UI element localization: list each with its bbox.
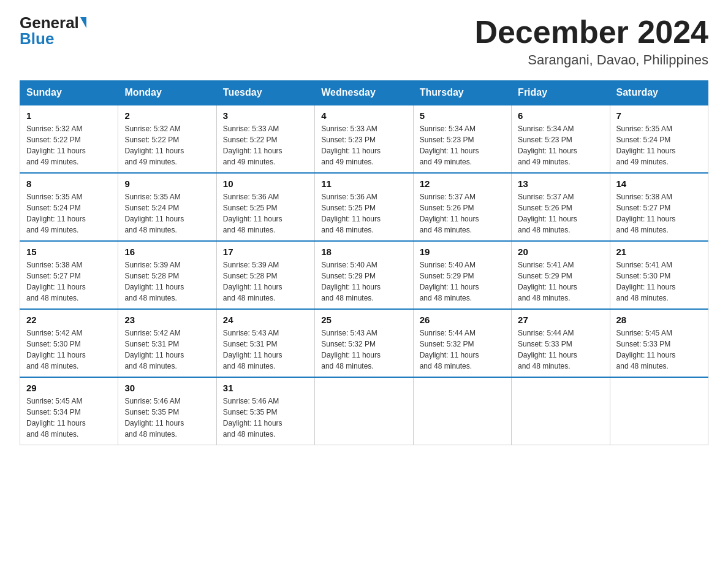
day-number: 16 (124, 247, 210, 257)
calendar-cell: 25Sunrise: 5:43 AMSunset: 5:32 PMDayligh… (315, 309, 413, 377)
day-number: 6 (518, 110, 603, 121)
day-info: Sunrise: 5:44 AMSunset: 5:33 PMDaylight:… (518, 327, 603, 372)
weekday-header-thursday: Thursday (413, 81, 511, 105)
day-number: 5 (420, 110, 505, 121)
day-number: 24 (223, 315, 308, 325)
day-number: 2 (124, 110, 210, 121)
weekday-header-friday: Friday (512, 81, 610, 105)
calendar-week-5: 29Sunrise: 5:45 AMSunset: 5:34 PMDayligh… (20, 377, 708, 445)
day-number: 18 (321, 247, 406, 257)
calendar-cell: 21Sunrise: 5:41 AMSunset: 5:30 PMDayligh… (610, 241, 708, 309)
calendar-cell: 27Sunrise: 5:44 AMSunset: 5:33 PMDayligh… (512, 309, 610, 377)
day-number: 19 (420, 247, 505, 257)
day-number: 4 (321, 110, 406, 121)
logo-arrow-icon (80, 17, 86, 28)
day-info: Sunrise: 5:39 AMSunset: 5:28 PMDaylight:… (223, 259, 308, 304)
calendar-cell: 16Sunrise: 5:39 AMSunset: 5:28 PMDayligh… (118, 241, 216, 309)
calendar-cell: 28Sunrise: 5:45 AMSunset: 5:33 PMDayligh… (610, 309, 708, 377)
day-number: 17 (223, 247, 308, 257)
day-info: Sunrise: 5:39 AMSunset: 5:28 PMDaylight:… (124, 259, 210, 304)
calendar-cell (512, 377, 610, 445)
day-info: Sunrise: 5:41 AMSunset: 5:29 PMDaylight:… (518, 259, 603, 304)
day-number: 27 (518, 315, 603, 325)
day-number: 29 (26, 383, 112, 393)
day-number: 9 (124, 178, 210, 189)
calendar-cell: 8Sunrise: 5:35 AMSunset: 5:24 PMDaylight… (20, 173, 118, 241)
weekday-header-monday: Monday (118, 81, 216, 105)
day-number: 22 (26, 315, 112, 325)
day-info: Sunrise: 5:33 AMSunset: 5:23 PMDaylight:… (321, 123, 406, 167)
day-number: 1 (26, 110, 112, 121)
day-info: Sunrise: 5:32 AMSunset: 5:22 PMDaylight:… (124, 123, 210, 167)
weekday-header-wednesday: Wednesday (315, 81, 413, 105)
calendar-cell: 11Sunrise: 5:36 AMSunset: 5:25 PMDayligh… (315, 173, 413, 241)
day-number: 23 (124, 315, 210, 325)
day-info: Sunrise: 5:38 AMSunset: 5:27 PMDaylight:… (26, 259, 112, 304)
calendar-cell: 31Sunrise: 5:46 AMSunset: 5:35 PMDayligh… (216, 377, 314, 445)
day-number: 28 (616, 315, 702, 325)
header: General Blue December 2024 Sarangani, Da… (20, 15, 708, 68)
calendar-week-1: 1Sunrise: 5:32 AMSunset: 5:22 PMDaylight… (20, 105, 708, 173)
calendar-cell (413, 377, 511, 445)
calendar-cell: 17Sunrise: 5:39 AMSunset: 5:28 PMDayligh… (216, 241, 314, 309)
day-info: Sunrise: 5:35 AMSunset: 5:24 PMDaylight:… (124, 191, 210, 236)
day-info: Sunrise: 5:35 AMSunset: 5:24 PMDaylight:… (616, 123, 702, 167)
day-info: Sunrise: 5:36 AMSunset: 5:25 PMDaylight:… (223, 191, 308, 236)
weekday-header-saturday: Saturday (610, 81, 708, 105)
day-number: 30 (124, 383, 210, 393)
day-number: 8 (26, 178, 112, 189)
day-info: Sunrise: 5:43 AMSunset: 5:32 PMDaylight:… (321, 327, 406, 372)
logo-general-text: General (20, 15, 79, 31)
calendar-cell: 4Sunrise: 5:33 AMSunset: 5:23 PMDaylight… (315, 105, 413, 173)
calendar-cell: 5Sunrise: 5:34 AMSunset: 5:23 PMDaylight… (413, 105, 511, 173)
calendar-cell: 19Sunrise: 5:40 AMSunset: 5:29 PMDayligh… (413, 241, 511, 309)
day-number: 25 (321, 315, 406, 325)
day-info: Sunrise: 5:45 AMSunset: 5:33 PMDaylight:… (616, 327, 702, 372)
day-number: 3 (223, 110, 308, 121)
calendar-cell: 13Sunrise: 5:37 AMSunset: 5:26 PMDayligh… (512, 173, 610, 241)
calendar-cell: 18Sunrise: 5:40 AMSunset: 5:29 PMDayligh… (315, 241, 413, 309)
calendar-cell: 10Sunrise: 5:36 AMSunset: 5:25 PMDayligh… (216, 173, 314, 241)
calendar-cell: 22Sunrise: 5:42 AMSunset: 5:30 PMDayligh… (20, 309, 118, 377)
day-info: Sunrise: 5:40 AMSunset: 5:29 PMDaylight:… (420, 259, 505, 304)
day-info: Sunrise: 5:46 AMSunset: 5:35 PMDaylight:… (124, 396, 210, 440)
day-info: Sunrise: 5:46 AMSunset: 5:35 PMDaylight:… (223, 396, 308, 440)
calendar-week-2: 8Sunrise: 5:35 AMSunset: 5:24 PMDaylight… (20, 173, 708, 241)
calendar-cell: 7Sunrise: 5:35 AMSunset: 5:24 PMDaylight… (610, 105, 708, 173)
day-info: Sunrise: 5:33 AMSunset: 5:22 PMDaylight:… (223, 123, 308, 167)
day-info: Sunrise: 5:34 AMSunset: 5:23 PMDaylight:… (518, 123, 603, 167)
day-number: 7 (616, 110, 702, 121)
day-number: 20 (518, 247, 603, 257)
day-info: Sunrise: 5:45 AMSunset: 5:34 PMDaylight:… (26, 396, 112, 440)
calendar-table: SundayMondayTuesdayWednesdayThursdayFrid… (20, 80, 708, 445)
title-area: December 2024 Sarangani, Davao, Philippi… (474, 15, 708, 68)
weekday-header-row: SundayMondayTuesdayWednesdayThursdayFrid… (20, 81, 708, 105)
day-number: 10 (223, 178, 308, 189)
calendar-cell: 24Sunrise: 5:43 AMSunset: 5:31 PMDayligh… (216, 309, 314, 377)
weekday-header-sunday: Sunday (20, 81, 118, 105)
calendar-week-3: 15Sunrise: 5:38 AMSunset: 5:27 PMDayligh… (20, 241, 708, 309)
calendar-cell: 30Sunrise: 5:46 AMSunset: 5:35 PMDayligh… (118, 377, 216, 445)
day-number: 14 (616, 178, 702, 189)
day-info: Sunrise: 5:32 AMSunset: 5:22 PMDaylight:… (26, 123, 112, 167)
logo: General Blue (20, 15, 86, 47)
calendar-cell: 3Sunrise: 5:33 AMSunset: 5:22 PMDaylight… (216, 105, 314, 173)
logo-blue-text: Blue (20, 31, 54, 47)
day-number: 21 (616, 247, 702, 257)
day-info: Sunrise: 5:42 AMSunset: 5:30 PMDaylight:… (26, 327, 112, 372)
day-info: Sunrise: 5:37 AMSunset: 5:26 PMDaylight:… (420, 191, 505, 236)
calendar-cell: 9Sunrise: 5:35 AMSunset: 5:24 PMDaylight… (118, 173, 216, 241)
calendar-cell: 15Sunrise: 5:38 AMSunset: 5:27 PMDayligh… (20, 241, 118, 309)
calendar-cell: 6Sunrise: 5:34 AMSunset: 5:23 PMDaylight… (512, 105, 610, 173)
location-subtitle: Sarangani, Davao, Philippines (474, 52, 708, 68)
calendar-cell: 20Sunrise: 5:41 AMSunset: 5:29 PMDayligh… (512, 241, 610, 309)
calendar-cell: 23Sunrise: 5:42 AMSunset: 5:31 PMDayligh… (118, 309, 216, 377)
day-number: 11 (321, 178, 406, 189)
calendar-cell: 2Sunrise: 5:32 AMSunset: 5:22 PMDaylight… (118, 105, 216, 173)
day-info: Sunrise: 5:38 AMSunset: 5:27 PMDaylight:… (616, 191, 702, 236)
calendar-cell (315, 377, 413, 445)
weekday-header-tuesday: Tuesday (216, 81, 314, 105)
day-number: 13 (518, 178, 603, 189)
day-info: Sunrise: 5:43 AMSunset: 5:31 PMDaylight:… (223, 327, 308, 372)
day-info: Sunrise: 5:34 AMSunset: 5:23 PMDaylight:… (420, 123, 505, 167)
